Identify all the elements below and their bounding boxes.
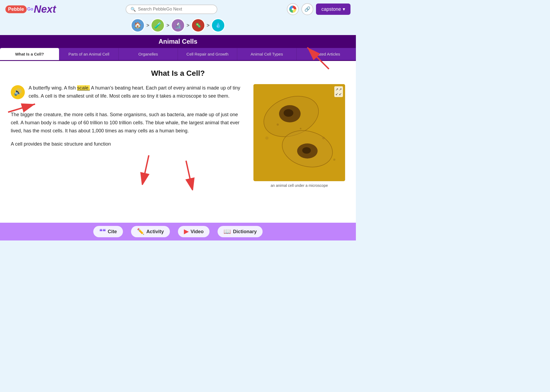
cell-image: ↗ ↗ ↙ ↙ bbox=[253, 84, 345, 181]
logo-next: Next bbox=[34, 4, 56, 15]
capstone-label: capstone bbox=[321, 6, 341, 12]
svg-line-7 bbox=[143, 155, 149, 180]
arrow-bottom-left bbox=[135, 153, 157, 185]
logo-go: Go bbox=[27, 7, 33, 12]
main-content: What Is a Cell? 🔊 A butterfly wing. A fi… bbox=[0, 61, 356, 223]
chevron-down-icon: ▾ bbox=[343, 6, 345, 12]
header: Pebble Go Next 🔍 🔗 capstone ▾ bbox=[0, 0, 356, 17]
breadcrumb-biology[interactable]: 🔬 bbox=[171, 18, 185, 32]
svg-point-21 bbox=[265, 136, 269, 140]
content-area: 🔊 A butterfly wing. A fish scale. A huma… bbox=[11, 84, 345, 188]
breadcrumb-separator-2: > bbox=[166, 23, 169, 28]
dictionary-icon: 📖 bbox=[224, 228, 231, 235]
breadcrumb-animal-cells[interactable]: 💧 bbox=[211, 18, 225, 32]
cite-label: Cite bbox=[108, 229, 117, 235]
svg-point-18 bbox=[277, 123, 279, 126]
logo-area: Pebble Go Next bbox=[5, 4, 56, 15]
video-button[interactable]: ▶ Video bbox=[178, 226, 210, 237]
tab-cell-repair-growth[interactable]: Cell Repair and Growth bbox=[178, 48, 237, 60]
arrow-bottom-right bbox=[178, 158, 200, 190]
dictionary-button[interactable]: 📖 Dictionary bbox=[218, 226, 263, 237]
header-icons: 🔗 capstone ▾ bbox=[287, 3, 350, 15]
footer-toolbar: ❝❝ Cite ✏️ Activity ▶ Video 📖 Dictionary bbox=[0, 223, 356, 240]
page-title: Animal Cells bbox=[0, 35, 356, 48]
pencil-icon: ✏️ bbox=[137, 228, 144, 235]
search-icon: 🔍 bbox=[130, 7, 136, 12]
paragraph-1-container: 🔊 A butterfly wing. A fish scale. A huma… bbox=[11, 84, 243, 105]
color-wheel-icon[interactable] bbox=[287, 3, 299, 15]
play-icon: ▶ bbox=[184, 228, 188, 235]
tab-animal-cell-types[interactable]: Animal Cell Types bbox=[237, 48, 297, 60]
search-bar[interactable]: 🔍 bbox=[126, 5, 217, 14]
svg-point-17 bbox=[302, 147, 311, 154]
image-caption: an animal cell under a microscope bbox=[253, 183, 345, 188]
search-input[interactable] bbox=[138, 7, 212, 12]
image-section: ↗ ↗ ↙ ↙ an animal cell under a microscop… bbox=[253, 84, 345, 188]
activity-button[interactable]: ✏️ Activity bbox=[131, 226, 170, 237]
cell-illustration bbox=[253, 84, 345, 181]
breadcrumb-cells[interactable]: 🦠 bbox=[191, 18, 205, 32]
activity-label: Activity bbox=[146, 229, 164, 235]
dictionary-label: Dictionary bbox=[233, 229, 257, 235]
breadcrumb: 🏠 > 🧪 > 🔬 > 🦠 > 💧 bbox=[0, 17, 356, 35]
breadcrumb-science[interactable]: 🧪 bbox=[151, 18, 165, 32]
capstone-button[interactable]: capstone ▾ bbox=[316, 4, 350, 15]
breadcrumb-separator-3: > bbox=[187, 23, 190, 28]
article-title: What Is a Cell? bbox=[11, 69, 345, 78]
tabs-bar: What Is a Cell? Parts of an Animal Cell … bbox=[0, 48, 356, 61]
paragraph-1: A butterfly wing. A fish scale. A human'… bbox=[29, 84, 243, 100]
cite-button[interactable]: ❝❝ Cite bbox=[93, 226, 123, 237]
svg-point-14 bbox=[284, 109, 293, 117]
paragraph-3: A cell provides the basic structure and … bbox=[11, 140, 243, 148]
tab-related-articles[interactable]: Related Articles bbox=[297, 48, 356, 60]
svg-point-19 bbox=[300, 128, 301, 129]
expand-button[interactable]: ↗ ↗ ↙ ↙ bbox=[334, 86, 343, 97]
link-icon[interactable]: 🔗 bbox=[301, 3, 313, 15]
video-label: Video bbox=[191, 229, 204, 235]
breadcrumb-home[interactable]: 🏠 bbox=[131, 18, 145, 32]
cite-icon: ❝❝ bbox=[99, 228, 106, 235]
tab-parts-animal-cell[interactable]: Parts of an Animal Cell bbox=[59, 48, 119, 60]
breadcrumb-separator-1: > bbox=[146, 23, 149, 28]
highlighted-word-scale: scale. bbox=[77, 85, 90, 91]
svg-point-20 bbox=[322, 137, 325, 139]
tab-what-is-cell[interactable]: What Is a Cell? bbox=[0, 48, 59, 60]
speaker-icon: 🔊 bbox=[14, 87, 22, 98]
svg-line-9 bbox=[186, 161, 191, 185]
text-section: 🔊 A butterfly wing. A fish scale. A huma… bbox=[11, 84, 243, 188]
breadcrumb-separator-4: > bbox=[207, 23, 210, 28]
svg-point-22 bbox=[333, 159, 335, 161]
tab-organelles[interactable]: Organelles bbox=[119, 48, 178, 60]
svg-point-1 bbox=[292, 8, 294, 10]
logo-pebble: Pebble bbox=[5, 5, 27, 13]
audio-button[interactable]: 🔊 bbox=[11, 85, 25, 99]
paragraph-2: The bigger the creature, the more cells … bbox=[11, 111, 243, 135]
